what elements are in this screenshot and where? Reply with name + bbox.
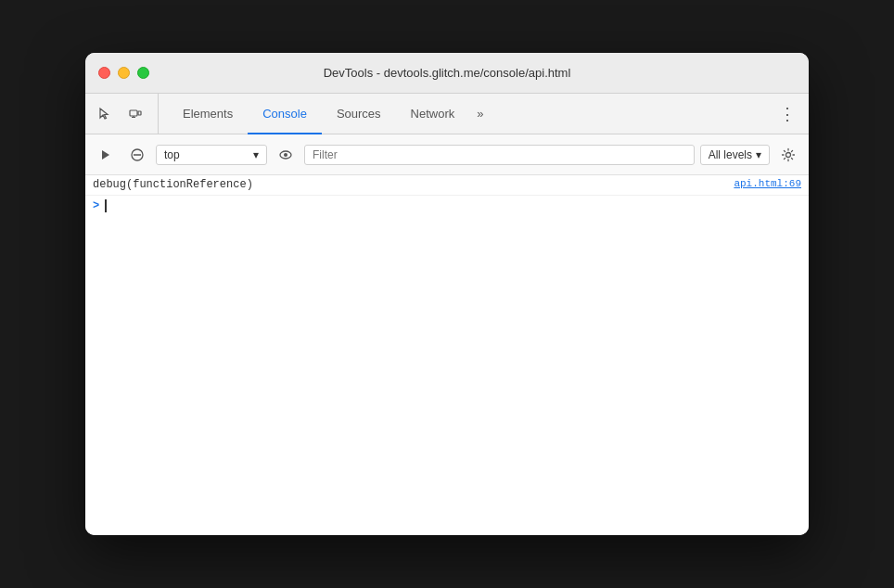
tab-more-button[interactable]: » <box>469 94 491 134</box>
traffic-lights <box>98 67 149 79</box>
tab-network[interactable]: Network <box>396 95 470 134</box>
clear-icon <box>130 147 145 162</box>
filter-input[interactable] <box>313 148 686 161</box>
device-icon <box>128 107 143 121</box>
svg-rect-1 <box>138 111 141 115</box>
device-emulation-button[interactable] <box>124 103 147 125</box>
tab-bar-icons <box>93 94 159 134</box>
run-icon <box>99 148 112 161</box>
devtools-window: DevTools - devtools.glitch.me/console/ap… <box>85 53 809 535</box>
console-source-link[interactable]: api.html:69 <box>726 178 801 189</box>
console-row: debug(functionReference) api.html:69 <box>85 175 809 196</box>
tab-bar: Elements Console Sources Network » ⋮ <box>85 94 809 134</box>
title-bar: DevTools - devtools.glitch.me/console/ap… <box>85 53 809 94</box>
console-input-row[interactable]: > <box>85 196 809 216</box>
eye-icon <box>278 147 293 162</box>
filter-container[interactable] <box>304 145 695 165</box>
svg-point-9 <box>786 152 791 157</box>
levels-chevron-icon: ▾ <box>756 148 761 161</box>
inspect-icon <box>96 107 111 121</box>
console-output: debug(functionReference) api.html:69 > <box>85 175 809 535</box>
tab-sources[interactable]: Sources <box>322 95 396 134</box>
gear-icon <box>781 147 796 162</box>
eye-button[interactable] <box>273 142 299 168</box>
tab-elements[interactable]: Elements <box>168 95 248 134</box>
minimize-button[interactable] <box>118 67 130 79</box>
svg-marker-4 <box>102 150 109 160</box>
inspect-icon-button[interactable] <box>93 103 115 125</box>
close-button[interactable] <box>98 67 110 79</box>
tab-items: Elements Console Sources Network » <box>168 94 772 134</box>
console-prompt-symbol: > <box>93 199 99 212</box>
run-script-button[interactable] <box>93 142 119 168</box>
svg-rect-0 <box>130 110 137 116</box>
log-levels-selector[interactable]: All levels ▾ <box>700 145 770 165</box>
console-input-line[interactable] <box>105 199 107 212</box>
maximize-button[interactable] <box>137 67 149 79</box>
window-title: DevTools - devtools.glitch.me/console/ap… <box>324 66 571 80</box>
devtools-menu-button[interactable]: ⋮ <box>773 94 801 134</box>
clear-console-button[interactable] <box>124 142 150 168</box>
console-message: debug(functionReference) <box>93 178 726 191</box>
tab-console[interactable]: Console <box>248 95 322 134</box>
context-chevron-icon: ▾ <box>253 148 259 161</box>
cursor-blink <box>105 199 107 212</box>
console-settings-button[interactable] <box>775 142 801 168</box>
context-selector[interactable]: top ▾ <box>156 145 267 165</box>
console-toolbar: top ▾ All levels ▾ <box>85 134 809 175</box>
svg-point-8 <box>284 153 287 157</box>
